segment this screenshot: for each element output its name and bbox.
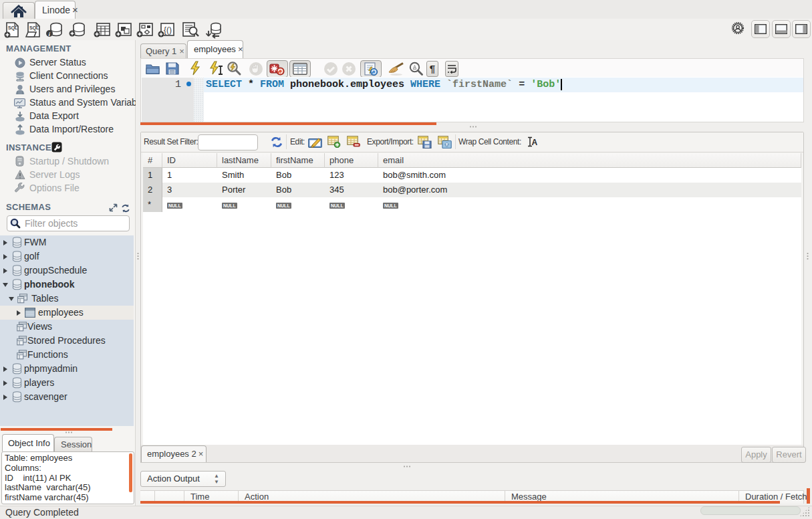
svg-text:{(): {()	[164, 25, 172, 35]
svg-text:SQL: SQL	[8, 25, 18, 31]
svg-text:SQL: SQL	[29, 25, 39, 31]
svg-text:A: A	[532, 138, 538, 147]
